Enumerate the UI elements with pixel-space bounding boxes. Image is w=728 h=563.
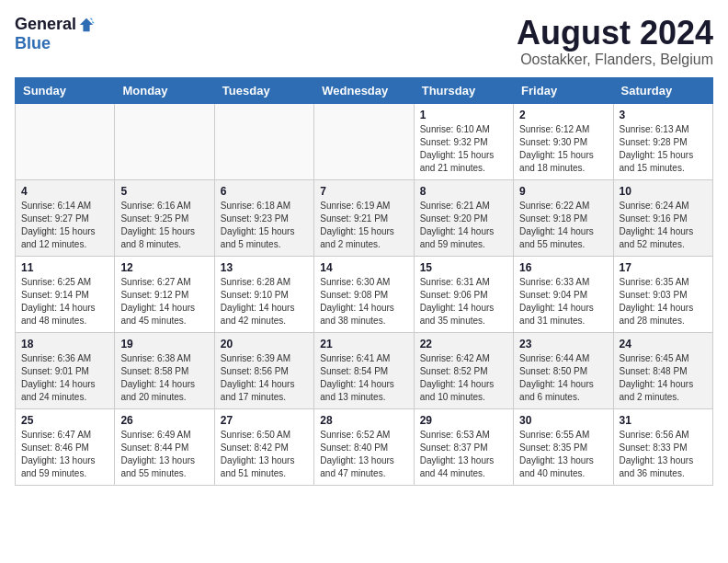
title-section: August 2024 Oostakker, Flanders, Belgium — [517, 15, 713, 68]
day-number: 30 — [519, 414, 607, 427]
day-info: Sunrise: 6:21 AM Sunset: 9:20 PM Dayligh… — [420, 200, 507, 251]
calendar-day-cell: 20Sunrise: 6:39 AM Sunset: 8:56 PM Dayli… — [214, 332, 313, 408]
day-number: 29 — [420, 414, 507, 427]
day-number: 26 — [120, 414, 208, 427]
weekday-header-wednesday: Wednesday — [314, 77, 414, 103]
day-number: 23 — [519, 338, 607, 350]
day-info: Sunrise: 6:30 AM Sunset: 9:08 PM Dayligh… — [320, 276, 407, 327]
day-number: 12 — [120, 261, 208, 274]
day-info: Sunrise: 6:25 AM Sunset: 9:14 PM Dayligh… — [21, 276, 108, 327]
day-number: 16 — [519, 261, 607, 274]
day-number: 8 — [420, 185, 507, 198]
day-info: Sunrise: 6:56 AM Sunset: 8:33 PM Dayligh… — [620, 429, 707, 480]
day-number: 10 — [620, 185, 707, 198]
day-number: 1 — [420, 109, 507, 121]
day-number: 7 — [320, 185, 407, 198]
day-number: 14 — [320, 261, 407, 274]
day-info: Sunrise: 6:33 AM Sunset: 9:04 PM Dayligh… — [519, 276, 607, 327]
day-info: Sunrise: 6:42 AM Sunset: 8:52 PM Dayligh… — [420, 352, 507, 404]
calendar-day-cell — [214, 103, 313, 179]
day-number: 22 — [420, 338, 507, 350]
logo-blue: Blue — [15, 34, 51, 53]
weekday-header-row: SundayMondayTuesdayWednesdayThursdayFrid… — [16, 77, 713, 103]
calendar-day-cell: 5Sunrise: 6:16 AM Sunset: 9:25 PM Daylig… — [115, 179, 214, 256]
calendar-day-cell: 27Sunrise: 6:50 AM Sunset: 8:42 PM Dayli… — [214, 408, 313, 485]
day-info: Sunrise: 6:10 AM Sunset: 9:32 PM Dayligh… — [420, 123, 507, 175]
weekday-header-saturday: Saturday — [613, 77, 712, 103]
day-number: 27 — [221, 414, 308, 427]
calendar-day-cell: 24Sunrise: 6:45 AM Sunset: 8:48 PM Dayli… — [613, 332, 712, 408]
calendar-day-cell: 21Sunrise: 6:41 AM Sunset: 8:54 PM Dayli… — [314, 332, 414, 408]
day-number: 9 — [519, 185, 607, 198]
calendar-day-cell: 4Sunrise: 6:14 AM Sunset: 9:27 PM Daylig… — [16, 179, 115, 256]
day-number: 11 — [21, 261, 108, 274]
day-number: 13 — [221, 261, 308, 274]
weekday-header-tuesday: Tuesday — [214, 77, 313, 103]
day-number: 31 — [620, 414, 707, 427]
calendar-day-cell: 17Sunrise: 6:35 AM Sunset: 9:03 PM Dayli… — [613, 256, 712, 332]
day-info: Sunrise: 6:41 AM Sunset: 8:54 PM Dayligh… — [320, 352, 407, 404]
page-header: General Blue August 2024 Oostakker, Flan… — [15, 15, 713, 68]
calendar-day-cell — [16, 103, 115, 179]
calendar-day-cell: 11Sunrise: 6:25 AM Sunset: 9:14 PM Dayli… — [16, 256, 115, 332]
day-number: 21 — [320, 338, 407, 350]
day-number: 28 — [320, 414, 407, 427]
calendar-day-cell: 18Sunrise: 6:36 AM Sunset: 9:01 PM Dayli… — [16, 332, 115, 408]
calendar-day-cell: 22Sunrise: 6:42 AM Sunset: 8:52 PM Dayli… — [414, 332, 513, 408]
weekday-header-sunday: Sunday — [16, 77, 115, 103]
day-info: Sunrise: 6:27 AM Sunset: 9:12 PM Dayligh… — [120, 276, 208, 327]
calendar-day-cell: 13Sunrise: 6:28 AM Sunset: 9:10 PM Dayli… — [214, 256, 313, 332]
day-number: 4 — [21, 185, 108, 198]
calendar-day-cell: 1Sunrise: 6:10 AM Sunset: 9:32 PM Daylig… — [414, 103, 513, 179]
day-info: Sunrise: 6:13 AM Sunset: 9:28 PM Dayligh… — [620, 123, 707, 175]
calendar-day-cell: 15Sunrise: 6:31 AM Sunset: 9:06 PM Dayli… — [414, 256, 513, 332]
day-info: Sunrise: 6:36 AM Sunset: 9:01 PM Dayligh… — [21, 352, 108, 404]
calendar-day-cell: 16Sunrise: 6:33 AM Sunset: 9:04 PM Dayli… — [514, 256, 613, 332]
calendar-day-cell: 30Sunrise: 6:55 AM Sunset: 8:35 PM Dayli… — [514, 408, 613, 485]
day-info: Sunrise: 6:18 AM Sunset: 9:23 PM Dayligh… — [221, 200, 308, 251]
calendar-week-row: 25Sunrise: 6:47 AM Sunset: 8:46 PM Dayli… — [16, 408, 713, 485]
calendar-week-row: 11Sunrise: 6:25 AM Sunset: 9:14 PM Dayli… — [16, 256, 713, 332]
day-number: 2 — [519, 109, 607, 121]
calendar-day-cell: 26Sunrise: 6:49 AM Sunset: 8:44 PM Dayli… — [115, 408, 214, 485]
calendar-day-cell: 23Sunrise: 6:44 AM Sunset: 8:50 PM Dayli… — [514, 332, 613, 408]
weekday-header-friday: Friday — [514, 77, 613, 103]
calendar-day-cell — [115, 103, 214, 179]
calendar-week-row: 1Sunrise: 6:10 AM Sunset: 9:32 PM Daylig… — [16, 103, 713, 179]
day-info: Sunrise: 6:22 AM Sunset: 9:18 PM Dayligh… — [519, 200, 607, 251]
calendar-day-cell: 14Sunrise: 6:30 AM Sunset: 9:08 PM Dayli… — [314, 256, 414, 332]
calendar-day-cell: 28Sunrise: 6:52 AM Sunset: 8:40 PM Dayli… — [314, 408, 414, 485]
day-number: 20 — [221, 338, 308, 350]
logo-general: General — [15, 15, 76, 34]
day-number: 24 — [620, 338, 707, 350]
day-info: Sunrise: 6:31 AM Sunset: 9:06 PM Dayligh… — [420, 276, 507, 327]
calendar-day-cell: 25Sunrise: 6:47 AM Sunset: 8:46 PM Dayli… — [16, 408, 115, 485]
calendar-day-cell: 9Sunrise: 6:22 AM Sunset: 9:18 PM Daylig… — [514, 179, 613, 256]
day-number: 15 — [420, 261, 507, 274]
calendar-day-cell: 2Sunrise: 6:12 AM Sunset: 9:30 PM Daylig… — [514, 103, 613, 179]
calendar-day-cell: 8Sunrise: 6:21 AM Sunset: 9:20 PM Daylig… — [414, 179, 513, 256]
day-info: Sunrise: 6:55 AM Sunset: 8:35 PM Dayligh… — [519, 429, 607, 480]
day-info: Sunrise: 6:45 AM Sunset: 8:48 PM Dayligh… — [620, 352, 707, 404]
calendar-week-row: 4Sunrise: 6:14 AM Sunset: 9:27 PM Daylig… — [16, 179, 713, 256]
day-info: Sunrise: 6:16 AM Sunset: 9:25 PM Dayligh… — [120, 200, 208, 251]
calendar-day-cell: 6Sunrise: 6:18 AM Sunset: 9:23 PM Daylig… — [214, 179, 313, 256]
calendar-day-cell: 31Sunrise: 6:56 AM Sunset: 8:33 PM Dayli… — [613, 408, 712, 485]
calendar-day-cell: 10Sunrise: 6:24 AM Sunset: 9:16 PM Dayli… — [613, 179, 712, 256]
day-info: Sunrise: 6:50 AM Sunset: 8:42 PM Dayligh… — [221, 429, 308, 480]
day-info: Sunrise: 6:39 AM Sunset: 8:56 PM Dayligh… — [221, 352, 308, 404]
day-info: Sunrise: 6:49 AM Sunset: 8:44 PM Dayligh… — [120, 429, 208, 480]
location-subtitle: Oostakker, Flanders, Belgium — [517, 52, 713, 68]
day-number: 19 — [120, 338, 208, 350]
day-number: 17 — [620, 261, 707, 274]
weekday-header-thursday: Thursday — [414, 77, 513, 103]
day-info: Sunrise: 6:24 AM Sunset: 9:16 PM Dayligh… — [620, 200, 707, 251]
day-info: Sunrise: 6:35 AM Sunset: 9:03 PM Dayligh… — [620, 276, 707, 327]
day-info: Sunrise: 6:44 AM Sunset: 8:50 PM Dayligh… — [519, 352, 607, 404]
logo-icon — [78, 17, 95, 33]
day-number: 18 — [21, 338, 108, 350]
calendar-day-cell: 7Sunrise: 6:19 AM Sunset: 9:21 PM Daylig… — [314, 179, 414, 256]
svg-marker-0 — [80, 17, 93, 30]
day-info: Sunrise: 6:12 AM Sunset: 9:30 PM Dayligh… — [519, 123, 607, 175]
day-number: 6 — [221, 185, 308, 198]
